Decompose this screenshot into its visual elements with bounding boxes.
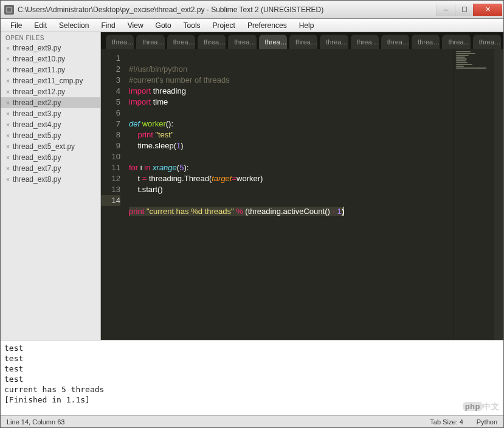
app-icon (4, 5, 14, 15)
file-name-label: thread_ext7.py (13, 164, 61, 173)
file-name-label: thread_ext12.py (13, 88, 65, 96)
maximize-button[interactable]: ☐ (455, 4, 473, 16)
tab-bar: threa…threa…threa…threa…threa…threa…thre… (101, 32, 503, 49)
close-icon[interactable]: × (4, 99, 12, 106)
menu-find[interactable]: Find (95, 20, 121, 31)
minimize-button[interactable]: ─ (437, 4, 455, 16)
editor-column: threa…threa…threa…threa…threa…threa…thre… (101, 32, 503, 340)
line-number[interactable]: 7 (101, 119, 120, 129)
sidebar-file-item[interactable]: ×thread_ext3.py (1, 108, 100, 119)
file-name-label: thread_ext11_cmp.py (13, 77, 83, 85)
line-number[interactable]: 11 (101, 162, 120, 173)
editor-tab[interactable]: threa… (289, 35, 317, 49)
app-window: C:\Users\Administrator\Desktop\py_excise… (0, 0, 504, 428)
close-icon[interactable]: × (4, 88, 12, 95)
line-number[interactable]: 3 (101, 75, 120, 86)
editor-tab[interactable]: threa… (473, 35, 501, 49)
status-tab-size[interactable]: Tab Size: 4 (430, 418, 463, 426)
editor-tab[interactable]: threa… (381, 35, 409, 49)
minimap-preview (456, 51, 492, 68)
sidebar-file-item[interactable]: ×thread_ext9.py (1, 43, 100, 54)
sidebar-file-item[interactable]: ×thread_ext4.py (1, 119, 100, 130)
line-number[interactable]: 14 (101, 195, 120, 206)
menu-tools[interactable]: Tools (178, 20, 207, 31)
code-editor[interactable]: #!/usr/bin/python #current's number of t… (125, 49, 453, 340)
sidebar-file-item[interactable]: ×thread_ext6.py (1, 152, 100, 163)
svg-rect-0 (7, 7, 12, 12)
editor-tab[interactable]: threa… (167, 35, 195, 49)
build-output-console[interactable]: test test test test current has 5 thread… (1, 340, 503, 415)
sidebar-file-item[interactable]: ×thread_ext5_ext.py (1, 141, 100, 152)
editor-tab[interactable]: threa… (136, 35, 164, 49)
menu-selection[interactable]: Selection (53, 20, 95, 31)
close-icon[interactable]: × (4, 154, 12, 161)
editor-tab[interactable]: threa… (198, 35, 226, 49)
line-number[interactable]: 4 (101, 86, 120, 97)
sidebar-heading: OPEN FILES (1, 32, 100, 43)
editor-tab[interactable]: threa… (228, 35, 256, 49)
line-number[interactable]: 8 (101, 129, 120, 140)
file-name-label: thread_ext10.py (13, 55, 65, 63)
file-name-label: thread_ext5.py (13, 131, 61, 140)
file-name-label: thread_ext6.py (13, 153, 61, 162)
close-icon[interactable]: × (4, 121, 12, 128)
menu-help[interactable]: Help (293, 20, 320, 31)
statusbar: Line 14, Column 63 Tab Size: 4 Python (1, 415, 503, 427)
sidebar-file-item[interactable]: ×thread_ext11.py (1, 64, 100, 75)
close-icon[interactable]: × (4, 132, 12, 139)
menu-view[interactable]: View (122, 20, 150, 31)
open-files-list: ×thread_ext9.py×thread_ext10.py×thread_e… (1, 43, 100, 185)
editor-tab[interactable]: threa… (106, 35, 134, 49)
file-name-label: thread_ext2.py (13, 98, 61, 107)
line-number[interactable]: 12 (101, 173, 120, 184)
sidebar-file-item[interactable]: ×thread_ext10.py (1, 54, 100, 64)
menu-preferences[interactable]: Preferences (241, 20, 293, 31)
editor-tab[interactable]: threa… (351, 35, 379, 49)
sidebar-file-item[interactable]: ×thread_ext8.py (1, 174, 100, 185)
sidebar-file-item[interactable]: ×thread_ext2.py (1, 97, 100, 108)
close-icon[interactable]: × (4, 55, 12, 63)
menu-project[interactable]: Project (207, 20, 241, 31)
menu-file[interactable]: File (4, 20, 28, 31)
main-area: OPEN FILES ×thread_ext9.py×thread_ext10.… (1, 32, 503, 340)
file-name-label: thread_ext11.py (13, 66, 65, 74)
line-number[interactable]: 2 (101, 64, 120, 75)
line-gutter[interactable]: 1234567891011121314 (101, 49, 125, 340)
file-name-label: thread_ext5_ext.py (13, 142, 75, 151)
menu-goto[interactable]: Goto (150, 20, 178, 31)
close-icon[interactable]: × (4, 143, 12, 150)
menu-edit[interactable]: Edit (28, 20, 53, 31)
line-number[interactable]: 13 (101, 184, 120, 195)
line-number[interactable]: 6 (101, 108, 120, 119)
file-name-label: thread_ext9.py (13, 44, 61, 52)
menubar: File Edit Selection Find View Goto Tools… (1, 19, 503, 32)
file-name-label: thread_ext8.py (13, 175, 61, 184)
file-name-label: thread_ext4.py (13, 120, 61, 129)
editor-tab[interactable]: threa… (442, 35, 470, 49)
close-icon[interactable]: × (4, 176, 12, 183)
close-icon[interactable]: × (4, 44, 12, 52)
editor-tab[interactable]: threa… (412, 35, 440, 49)
window-title: C:\Users\Administrator\Desktop\py_excise… (18, 5, 437, 14)
sidebar-file-item[interactable]: ×thread_ext5.py (1, 130, 100, 141)
status-position[interactable]: Line 14, Column 63 (7, 418, 64, 426)
sidebar-file-item[interactable]: ×thread_ext12.py (1, 86, 100, 97)
sidebar-file-item[interactable]: ×thread_ext11_cmp.py (1, 75, 100, 86)
line-number[interactable]: 10 (101, 151, 120, 162)
sidebar: OPEN FILES ×thread_ext9.py×thread_ext10.… (1, 32, 101, 340)
minimap[interactable] (453, 49, 494, 340)
close-icon[interactable]: × (4, 165, 12, 172)
status-syntax[interactable]: Python (477, 418, 497, 426)
line-number[interactable]: 9 (101, 140, 120, 151)
line-number[interactable]: 1 (101, 53, 120, 64)
vertical-scrollbar[interactable] (494, 49, 503, 340)
editor-tab[interactable]: threa… (259, 35, 287, 49)
editor-tab[interactable]: threa… (320, 35, 348, 49)
close-icon[interactable]: × (4, 77, 12, 85)
titlebar[interactable]: C:\Users\Administrator\Desktop\py_excise… (1, 1, 503, 19)
line-number[interactable]: 5 (101, 97, 120, 108)
close-icon[interactable]: × (4, 66, 12, 74)
close-icon[interactable]: × (4, 110, 12, 117)
close-button[interactable]: ✕ (473, 4, 502, 16)
sidebar-file-item[interactable]: ×thread_ext7.py (1, 163, 100, 174)
